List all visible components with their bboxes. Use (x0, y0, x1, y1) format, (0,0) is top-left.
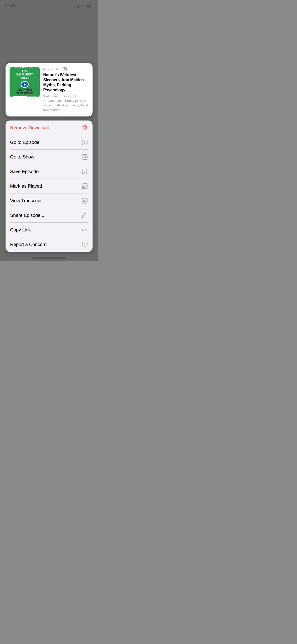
artwork-eye-inner (23, 83, 26, 86)
save-episode-label: Save Episode (10, 169, 39, 174)
meta-separator: · (61, 67, 62, 71)
content-wrapper: POPULAR SCIENCE THEWEIRDESTTHING I LEARN… (0, 63, 98, 261)
svg-rect-8 (82, 154, 87, 159)
episode-card: POPULAR SCIENCE THEWEIRDESTTHING I LEARN… (6, 63, 93, 116)
artwork-progress-bar (13, 96, 37, 97)
view-transcript-label: View Transcript (10, 198, 41, 204)
episode-artwork: POPULAR SCIENCE THEWEIRDESTTHING I LEARN… (10, 67, 40, 97)
bookmark-icon (81, 168, 88, 175)
svg-point-10 (84, 156, 85, 157)
svg-point-12 (82, 187, 84, 189)
episode-age: 2D AGO (48, 67, 59, 71)
artwork-eye (21, 81, 29, 88)
explicit-badge: E (63, 67, 67, 71)
copy-link-item[interactable]: Copy Link (6, 223, 93, 237)
playback-icon (43, 68, 46, 70)
go-to-show-label: Go to Show (10, 154, 34, 160)
report-concern-label: Report a Concern (10, 242, 47, 247)
artwork-subtitle: LEARNEDTHIS WEEK (16, 88, 33, 95)
context-menu: Remove Download Go to Episode i Go to Sh… (6, 120, 93, 252)
exclamation-bubble-icon (81, 241, 88, 248)
trash-icon (81, 125, 88, 131)
podcast-icon (81, 154, 88, 160)
episode-description: Welcome to Season 8! Producer Jess Boddy… (43, 94, 89, 112)
go-to-show-item[interactable]: Go to Show (6, 150, 93, 164)
home-bar (32, 257, 66, 259)
home-indicator (0, 254, 98, 261)
transcript-icon (81, 197, 88, 204)
report-concern-item[interactable]: Report a Concern (6, 237, 93, 252)
artwork-brand: POPULAR SCIENCE (15, 67, 34, 69)
episode-meta: 2D AGO · E (43, 67, 89, 71)
save-episode-item[interactable]: Save Episode (6, 164, 93, 179)
share-episode-label: Share Episode... (10, 213, 44, 218)
mark-as-played-item[interactable]: Mark as Played (6, 179, 93, 193)
episode-info: 2D AGO · E Nature's Weirdest Sleepers, I… (43, 67, 89, 112)
mark-as-played-label: Mark as Played (10, 183, 42, 189)
checkmark-square-icon (81, 183, 88, 189)
share-episode-item[interactable]: Share Episode... (6, 208, 93, 223)
remove-download-label: Remove Download (10, 125, 49, 131)
view-transcript-item[interactable]: View Transcript (6, 193, 93, 208)
episode-title: Nature's Weirdest Sleepers, Iron Maiden … (43, 72, 89, 93)
svg-point-15 (84, 245, 85, 245)
artwork-title: THEWEIRDESTTHING I (16, 69, 33, 80)
info-circle-icon: i (81, 139, 88, 146)
link-icon (81, 227, 88, 233)
svg-text:i: i (84, 141, 85, 144)
go-to-episode-label: Go to Episode (10, 140, 39, 145)
go-to-episode-item[interactable]: Go to Episode i (6, 135, 93, 150)
share-icon (81, 212, 88, 219)
remove-download-item[interactable]: Remove Download (6, 120, 93, 135)
artwork-progress-fill (13, 96, 27, 97)
copy-link-label: Copy Link (10, 227, 31, 233)
